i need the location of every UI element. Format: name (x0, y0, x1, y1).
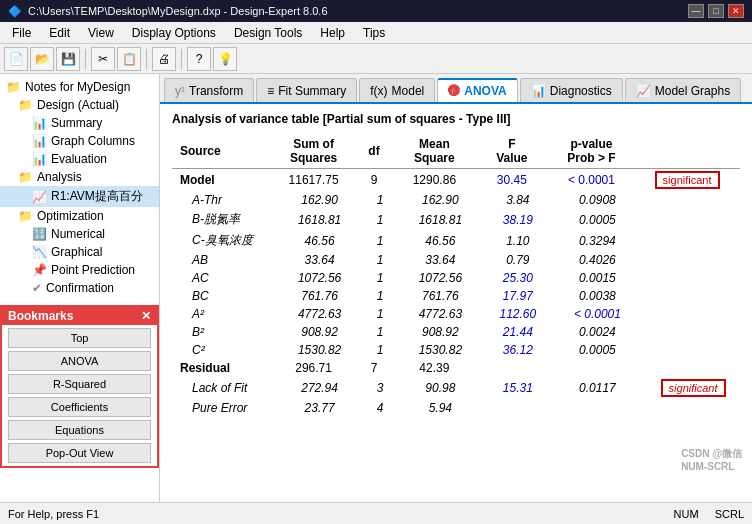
sidebar-root-label: Notes for MyDesign (25, 80, 130, 94)
toolbar-sep3 (181, 49, 182, 69)
row-ms-1: 162.90 (394, 191, 475, 209)
col-f: FValue (475, 134, 549, 169)
tab-transform[interactable]: y¹ Transform (164, 78, 254, 102)
row-ss-8: 908.92 (273, 323, 354, 341)
sidebar-confirmation[interactable]: ✔ Confirmation (0, 279, 159, 297)
menu-tips[interactable]: Tips (355, 24, 393, 42)
row-ss-0: 11617.75 (273, 169, 354, 192)
app-icon: 🔷 (8, 5, 22, 18)
sidebar-numerical[interactable]: 🔢 Numerical (0, 225, 159, 243)
print-button[interactable]: 🖨 (152, 47, 176, 71)
cut-button[interactable]: ✂ (91, 47, 115, 71)
row-source-4: AB (172, 251, 273, 269)
content-area: y¹ Transform ≡ Fit Summary f(x) Model 🅐 … (160, 74, 752, 502)
col-ms: MeanSquare (394, 134, 475, 169)
sidebar-summary[interactable]: 📊 Summary (0, 114, 159, 132)
row-badge-8 (634, 323, 740, 341)
row-ms-11: 90.98 (394, 377, 475, 399)
row-ss-6: 761.76 (273, 287, 354, 305)
bookmark-popout[interactable]: Pop-Out View (8, 443, 151, 463)
row-df-5: 1 (354, 269, 393, 287)
sidebar-analysis[interactable]: 📁 Analysis (0, 168, 159, 186)
tab-model[interactable]: f(x) Model (359, 78, 435, 102)
row-p-0: < 0.0001 (549, 169, 634, 192)
row-ms-0: 1290.86 (394, 169, 475, 192)
row-f-0: 30.45 (475, 169, 549, 192)
sidebar-tree: 📁 Notes for MyDesign 📁 Design (Actual) 📊… (0, 74, 159, 301)
row-badge-1 (634, 191, 740, 209)
anova-section-title: Analysis of variance table [Partial sum … (172, 112, 740, 126)
row-df-11: 3 (354, 377, 393, 399)
bookmark-anova[interactable]: ANOVA (8, 351, 151, 371)
col-df: df (354, 134, 393, 169)
row-f-1: 3.84 (475, 191, 549, 209)
menu-edit[interactable]: Edit (41, 24, 78, 42)
sidebar-optimization[interactable]: 📁 Optimization (0, 207, 159, 225)
row-p-1: 0.0908 (549, 191, 634, 209)
row-ss-2: 1618.81 (273, 209, 354, 230)
sidebar-design-actual[interactable]: 📁 Design (Actual) (0, 96, 159, 114)
bookmark-rsquared[interactable]: R-Squared (8, 374, 151, 394)
tab-diagnostics[interactable]: 📊 Diagnostics (520, 78, 623, 102)
close-button[interactable]: ✕ (728, 4, 744, 18)
anova-table: Source Sum ofSquares df MeanSquare FValu… (172, 134, 740, 417)
sidebar-root[interactable]: 📁 Notes for MyDesign (0, 78, 159, 96)
status-help-text: For Help, press F1 (8, 508, 99, 520)
watermark: CSDN @微信NUM-SCRL (681, 447, 742, 472)
row-ms-4: 33.64 (394, 251, 475, 269)
bookmarks-close-button[interactable]: ✕ (141, 309, 151, 323)
tab-transform-label: Transform (189, 84, 243, 98)
row-ms-7: 4772.63 (394, 305, 475, 323)
minimize-button[interactable]: — (688, 4, 704, 18)
row-f-11: 15.31 (475, 377, 549, 399)
row-p-11: 0.0117 (549, 377, 634, 399)
row-f-2: 38.19 (475, 209, 549, 230)
menu-view[interactable]: View (80, 24, 122, 42)
open-button[interactable]: 📂 (30, 47, 54, 71)
bookmark-equations[interactable]: Equations (8, 420, 151, 440)
sidebar-graph-columns[interactable]: 📊 Graph Columns (0, 132, 159, 150)
tab-model-graphs[interactable]: 📈 Model Graphs (625, 78, 741, 102)
sidebar-summary-label: Summary (51, 116, 102, 130)
row-ms-9: 1530.82 (394, 341, 475, 359)
eval-icon: 📊 (32, 152, 47, 166)
help-button[interactable]: ? (187, 47, 211, 71)
row-f-9: 36.12 (475, 341, 549, 359)
menu-design-tools[interactable]: Design Tools (226, 24, 310, 42)
sidebar-r1avm[interactable]: 📈 R1:AVM提高百分 (0, 186, 159, 207)
col-source: Source (172, 134, 273, 169)
col-sig (634, 134, 740, 169)
sidebar-evaluation-label: Evaluation (51, 152, 107, 166)
tab-model-graphs-label: Model Graphs (655, 84, 730, 98)
tab-anova[interactable]: 🅐 ANOVA (437, 78, 517, 102)
lightbulb-button[interactable]: 💡 (213, 47, 237, 71)
sidebar-evaluation[interactable]: 📊 Evaluation (0, 150, 159, 168)
bookmark-coefficients[interactable]: Coefficients (8, 397, 151, 417)
bookmark-top[interactable]: Top (8, 328, 151, 348)
menu-display-options[interactable]: Display Options (124, 24, 224, 42)
save-button[interactable]: 💾 (56, 47, 80, 71)
row-source-5: AC (172, 269, 273, 287)
maximize-button[interactable]: □ (708, 4, 724, 18)
row-df-3: 1 (354, 230, 393, 251)
toolbar-sep2 (146, 49, 147, 69)
new-button[interactable]: 📄 (4, 47, 28, 71)
tab-fit-summary[interactable]: ≡ Fit Summary (256, 78, 357, 102)
row-source-2: B-脱氮率 (172, 209, 273, 230)
row-f-12 (475, 399, 549, 417)
row-p-6: 0.0038 (549, 287, 634, 305)
sidebar-graph-columns-label: Graph Columns (51, 134, 135, 148)
menu-help[interactable]: Help (312, 24, 353, 42)
row-df-8: 1 (354, 323, 393, 341)
sidebar-graphical[interactable]: 📉 Graphical (0, 243, 159, 261)
copy-button[interactable]: 📋 (117, 47, 141, 71)
row-ss-11: 272.94 (273, 377, 354, 399)
row-df-4: 1 (354, 251, 393, 269)
table-area: Analysis of variance table [Partial sum … (160, 104, 752, 502)
row-badge-4 (634, 251, 740, 269)
menu-file[interactable]: File (4, 24, 39, 42)
sidebar-point-prediction[interactable]: 📌 Point Prediction (0, 261, 159, 279)
row-p-8: 0.0024 (549, 323, 634, 341)
window-controls[interactable]: — □ ✕ (688, 4, 744, 18)
row-ss-3: 46.56 (273, 230, 354, 251)
